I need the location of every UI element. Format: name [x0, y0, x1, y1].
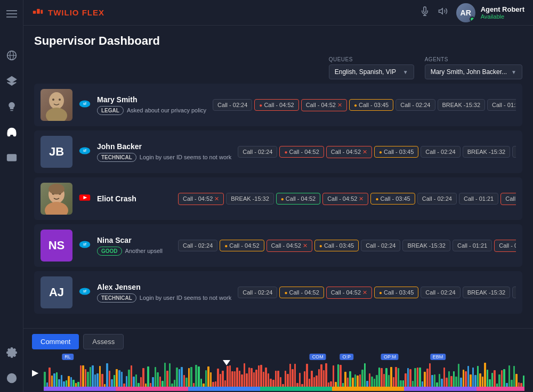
pill-john-backer-5[interactable]: BREAK -15:32 — [463, 146, 511, 158]
waveform-bar — [131, 365, 133, 387]
agent-desc-mary-smith: Asked about our privacy policy — [127, 107, 206, 113]
pill-john-backer-2[interactable]: Call - 04:52 ✕ — [326, 146, 372, 158]
queues-select[interactable]: English, Spanish, VIP ▼ — [329, 64, 414, 79]
pill-john-backer-1[interactable]: ● Call - 04:52 — [279, 146, 324, 158]
waveform-bar — [183, 375, 185, 387]
pill-phone-icon-john-backer-2: ✕ — [362, 149, 367, 156]
agent-meta-mary-smith: LEGALAsked about our privacy policy — [97, 106, 206, 115]
activity-pills-alex-jensen: Call - 02:24● Call - 04:52Call - 04:52 ✕… — [238, 287, 516, 299]
pill-eliot-crash-2[interactable]: ● Call - 04:52 — [276, 193, 320, 205]
waveform-bar — [185, 378, 188, 387]
crm-icon-john-backer: sf — [79, 146, 91, 157]
waveform-bar — [150, 383, 152, 387]
pill-alex-jensen-5[interactable]: BREAK -15:32 — [463, 287, 511, 298]
waveform-bar — [90, 367, 92, 387]
pill-alex-jensen-3[interactable]: ● Call - 03:45 — [374, 287, 418, 298]
pill-icon-eliot-crash-4: ● — [375, 196, 378, 202]
sidebar-item-lightbulb[interactable] — [4, 99, 19, 114]
waveform-bar — [417, 368, 419, 387]
pill-alex-jensen-4[interactable]: Call - 02:24 — [421, 287, 460, 298]
pill-alex-jensen-2[interactable]: Call - 04:52 ✕ — [326, 287, 372, 299]
pill-mary-smith-4[interactable]: Call - 02:24 — [395, 99, 435, 111]
pill-nina-scar-4[interactable]: Call - 02:24 — [361, 240, 400, 251]
pill-phone-icon-alex-jensen-2: ✕ — [362, 289, 367, 296]
waveform-bar — [118, 370, 120, 387]
pill-nina-scar-0[interactable]: Call - 02:24 — [178, 240, 217, 251]
pill-eliot-crash-0[interactable]: Call - 04:52 ✕ — [178, 193, 224, 205]
sidebar-item-headphones[interactable] — [4, 125, 19, 140]
waveform-bar — [523, 375, 524, 387]
waveform-bar — [335, 382, 337, 387]
waveform-bar — [200, 379, 203, 387]
activity-pills-john-backer: Call - 02:24● Call - 04:52Call - 04:52 ✕… — [238, 146, 516, 158]
waveform-bar — [369, 373, 371, 387]
pill-mary-smith-5[interactable]: BREAK -15:32 — [438, 99, 486, 111]
assess-button[interactable]: Assess — [83, 334, 124, 349]
svg-point-28 — [45, 202, 68, 215]
waveform-bar — [366, 381, 368, 387]
waveform-bar — [441, 379, 443, 387]
sidebar-item-layers[interactable] — [4, 74, 19, 88]
waveform-bar — [400, 380, 402, 387]
sidebar-item-menu[interactable] — [4, 6, 19, 21]
sidebar-item-settings[interactable] — [4, 345, 19, 360]
play-button[interactable]: ▶ — [32, 368, 38, 378]
pill-john-backer-6[interactable]: Call - 01:21 — [512, 146, 516, 158]
sidebar-item-help[interactable] — [4, 371, 19, 386]
pill-eliot-crash-6[interactable]: Call - 01:21 — [459, 193, 498, 205]
pill-john-backer-4[interactable]: Call - 02:24 — [421, 146, 460, 158]
waveform-bar — [323, 370, 325, 387]
waveform-bar — [344, 372, 346, 387]
pill-eliot-crash-4[interactable]: ● Call - 03:45 — [370, 193, 415, 205]
pill-eliot-crash-5[interactable]: Call - 02:24 — [417, 193, 457, 205]
waveform-bar — [234, 371, 236, 387]
svg-text:sf: sf — [83, 102, 87, 105]
pill-alex-jensen-1[interactable]: ● Call - 04:52 — [279, 287, 324, 298]
waveform-bar — [479, 373, 481, 387]
waveform-bar — [484, 363, 486, 387]
waveform-bar — [101, 374, 103, 387]
timeline-track[interactable]: RLCOMO:POP:MEBM — [44, 354, 524, 391]
agents-select[interactable]: Mary Smith, John Backer... ▼ — [425, 64, 522, 79]
pill-nina-scar-5[interactable]: BREAK -15:32 — [402, 240, 450, 251]
agent-row-eliot-crash[interactable]: Eliot CrashCall - 04:52 ✕BREAK -15:32● C… — [34, 177, 522, 220]
pill-nina-scar-3[interactable]: ● Call - 03:45 — [314, 240, 359, 251]
pill-john-backer-0[interactable]: Call - 02:24 — [238, 146, 277, 158]
pill-mary-smith-2[interactable]: Call - 04:52 ✕ — [301, 99, 347, 111]
online-indicator — [470, 17, 475, 22]
pill-mary-smith-0[interactable]: Call - 02:24 — [213, 99, 252, 111]
sidebar-item-globe[interactable] — [4, 48, 19, 63]
pill-john-backer-3[interactable]: ● Call - 03:45 — [374, 146, 418, 158]
timeline-waveform — [44, 360, 524, 387]
waveform-bar — [511, 380, 513, 387]
mic-icon[interactable] — [420, 6, 430, 19]
pill-alex-jensen-6[interactable]: Call - 01:21 — [512, 287, 516, 298]
app-name: TWILIO FLEX — [48, 8, 104, 17]
waveform-bar — [494, 370, 496, 387]
pill-eliot-crash-7[interactable]: Call - 04:52 ✕ — [500, 193, 516, 205]
pill-eliot-crash-3[interactable]: Call - 04:52 ✕ — [322, 193, 368, 205]
page-header: Supervisor Dashboard — [23, 26, 533, 52]
pill-mary-smith-1[interactable]: ● Call - 04:52 — [254, 99, 298, 111]
waveform-bar — [448, 371, 450, 387]
pill-eliot-crash-1[interactable]: BREAK -15:32 — [226, 193, 274, 205]
pill-mary-smith-3[interactable]: ● Call - 03:45 — [349, 99, 393, 111]
comment-button[interactable]: Comment — [32, 334, 79, 349]
waveform-bar — [277, 371, 279, 387]
pill-nina-scar-6[interactable]: Call - 01:21 — [453, 240, 492, 251]
pill-alex-jensen-0[interactable]: Call - 02:24 — [238, 287, 277, 298]
sidebar-item-idcard[interactable] — [4, 150, 19, 165]
agent-profile[interactable]: AR Agent Robert Available — [456, 3, 524, 22]
agent-row-john-backer[interactable]: JB sf John BackerTECHNICALLogin by user … — [34, 130, 522, 173]
pill-nina-scar-1[interactable]: ● Call - 04:52 — [220, 240, 264, 251]
pill-nina-scar-2[interactable]: Call - 04:52 ✕ — [266, 240, 312, 252]
pill-mary-smith-6[interactable]: Call - 01:21 — [487, 99, 516, 111]
agent-row-alex-jensen[interactable]: AJ sf Alex JensenTECHNICALLogin by user … — [34, 271, 522, 314]
waveform-bar — [53, 373, 55, 387]
agent-row-nina-scar[interactable]: NS sf Nina ScarGOODAnother upsellCall - … — [34, 224, 522, 267]
agent-row-mary-smith[interactable]: sf Mary SmithLEGALAsked about our privac… — [34, 84, 522, 126]
volume-icon[interactable] — [438, 6, 448, 19]
waveform-bar — [503, 369, 505, 387]
waveform-bar — [114, 375, 116, 387]
pill-nina-scar-7[interactable]: Call - 04:52 ✕ — [494, 240, 516, 252]
